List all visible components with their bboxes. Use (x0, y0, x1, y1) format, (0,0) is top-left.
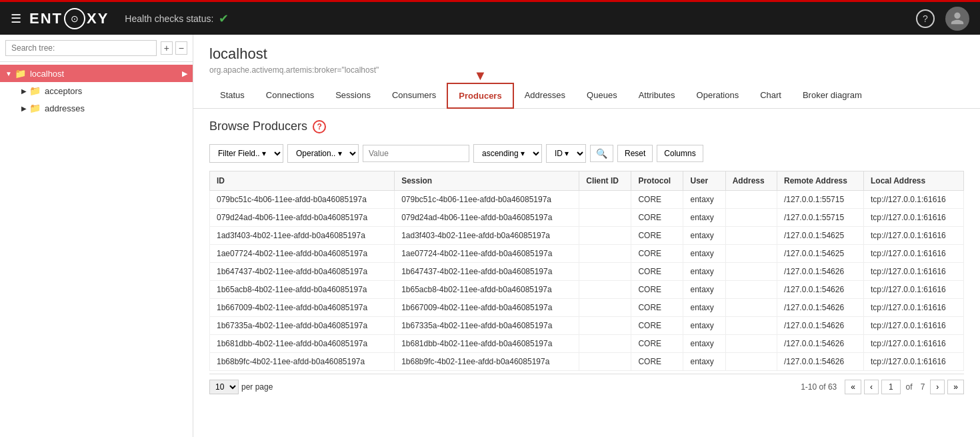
col-client-id: Client ID (579, 171, 631, 191)
cell-user: entaxy (683, 317, 725, 335)
health-status: Health checks status: ✔ (125, 11, 229, 26)
filter-value-input[interactable] (363, 145, 469, 162)
tree-item-label: addresses (45, 103, 85, 113)
cell-session[interactable]: 1b65acb8-4b02-11ee-afdd-b0a46085197a (395, 281, 579, 299)
cell-local-address: tcp://127.0.0.1:61616 (863, 191, 963, 209)
sort-field-select[interactable]: ID ▾ (546, 144, 586, 163)
sidebar-item-addresses[interactable]: ▶ 📁 addresses (16, 99, 193, 117)
filter-operation-select[interactable]: Operation.. ▾ (287, 144, 359, 163)
search-input[interactable] (5, 40, 157, 56)
cell-local-address: tcp://127.0.0.1:61616 (863, 317, 963, 335)
breadcrumb: org.apache.activemq.artemis:broker="loca… (209, 65, 964, 75)
cell-protocol: CORE (631, 281, 683, 299)
tab-sessions[interactable]: Sessions (325, 83, 381, 108)
page-last-button[interactable]: » (947, 380, 964, 394)
col-remote-address: Remote Address (777, 171, 864, 191)
cell-session[interactable]: 1ad3f403-4b02-11ee-afdd-b0a46085197a (395, 227, 579, 245)
layout: + − ▼ 📁 localhost ▶ ▶ 📁 acceptors ▶ 📁 (0, 35, 980, 437)
cell-protocol: CORE (631, 353, 683, 371)
cell-session[interactable]: 1b667009-4b02-11ee-afdd-b0a46085197a (395, 299, 579, 317)
tab-attributes[interactable]: Attributes (628, 83, 686, 108)
reset-button[interactable]: Reset (617, 145, 653, 162)
sidebar-search-icons: + − (161, 41, 187, 55)
cell-local-address: tcp://127.0.0.1:61616 (863, 227, 963, 245)
cell-session[interactable]: 1b68b9fc-4b02-11ee-afdd-b0a46085197a (395, 353, 579, 371)
tab-connections[interactable]: Connections (255, 83, 325, 108)
pagination-bar: 10 25 50 per page 1-10 of 63 « ‹ 1 of 7 … (209, 374, 964, 400)
tab-queues[interactable]: Queues (576, 83, 628, 108)
cell-client-id (579, 317, 631, 335)
cell-session[interactable]: 079bc51c-4b06-11ee-afdd-b0a46085197a (395, 191, 579, 209)
cell-remote-address: /127.0.0.1:54626 (777, 335, 864, 353)
page-prev-button[interactable]: ‹ (864, 380, 879, 394)
menu-icon[interactable]: ☰ (11, 11, 21, 26)
cell-client-id (579, 335, 631, 353)
avatar[interactable] (945, 7, 969, 31)
cell-id: 079bc51c-4b06-11ee-afdd-b0a46085197a (210, 191, 395, 209)
cell-id: 1b65acb8-4b02-11ee-afdd-b0a46085197a (210, 281, 395, 299)
help-icon[interactable]: ? (916, 9, 935, 28)
cell-session[interactable]: 1b681dbb-4b02-11ee-afdd-b0a46085197a (395, 335, 579, 353)
pagination-right: 1-10 of 63 « ‹ 1 of 7 › » (801, 380, 964, 394)
cell-address (725, 281, 777, 299)
cell-local-address: tcp://127.0.0.1:61616 (863, 245, 963, 263)
cell-session[interactable]: 079d24ad-4b06-11ee-afdd-b0a46085197a (395, 209, 579, 227)
cell-client-id (579, 299, 631, 317)
folder-icon: 📁 (29, 85, 41, 96)
tree-item-label: acceptors (45, 86, 82, 96)
tab-status[interactable]: Status (209, 83, 255, 108)
table-row: 079d24ad-4b06-11ee-afdd-b0a46085197a 079… (210, 209, 964, 227)
tree-children: ▶ 📁 acceptors ▶ 📁 addresses (0, 82, 193, 117)
col-address: Address (725, 171, 777, 191)
browse-help-icon[interactable]: ? (313, 120, 326, 133)
cell-user: entaxy (683, 209, 725, 227)
cell-local-address: tcp://127.0.0.1:61616 (863, 281, 963, 299)
cell-session[interactable]: 1b647437-4b02-11ee-afdd-b0a46085197a (395, 263, 579, 281)
cell-address (725, 227, 777, 245)
table-row: 079bc51c-4b06-11ee-afdd-b0a46085197a 079… (210, 191, 964, 209)
col-session: Session (395, 171, 579, 191)
columns-button[interactable]: Columns (657, 145, 703, 162)
cell-session[interactable]: 1b67335a-4b02-11ee-afdd-b0a46085197a (395, 317, 579, 335)
logo-circle: ⊙ (64, 8, 85, 29)
cell-address (725, 353, 777, 371)
filter-field-select[interactable]: Filter Field.. ▾ (209, 144, 283, 163)
expand-tree-icon[interactable]: + (161, 41, 173, 55)
col-local-address: Local Address (863, 171, 963, 191)
page-first-button[interactable]: « (845, 380, 861, 394)
search-button[interactable]: 🔍 (590, 145, 613, 162)
sidebar: + − ▼ 📁 localhost ▶ ▶ 📁 acceptors ▶ 📁 (0, 35, 193, 437)
tab-chart[interactable]: Chart (749, 83, 792, 108)
per-page-label: per page (241, 382, 273, 392)
cell-client-id (579, 281, 631, 299)
cell-address (725, 335, 777, 353)
tab-broker-diagram[interactable]: Broker diagram (792, 83, 873, 108)
cell-session[interactable]: 1ae07724-4b02-11ee-afdd-b0a46085197a (395, 245, 579, 263)
cell-user: entaxy (683, 299, 725, 317)
sidebar-item-acceptors[interactable]: ▶ 📁 acceptors (16, 82, 193, 99)
cell-protocol: CORE (631, 335, 683, 353)
page-range: 1-10 of 63 (801, 382, 837, 392)
sidebar-item-localhost[interactable]: ▼ 📁 localhost ▶ (0, 65, 193, 82)
tab-operations[interactable]: Operations (686, 83, 750, 108)
tree-item-label: localhost (30, 69, 64, 79)
table-header-row: ID Session Client ID Protocol User Addre… (210, 171, 964, 191)
cell-remote-address: /127.0.0.1:54626 (777, 317, 864, 335)
cell-user: entaxy (683, 335, 725, 353)
cell-local-address: tcp://127.0.0.1:61616 (863, 353, 963, 371)
tab-consumers[interactable]: Consumers (381, 83, 447, 108)
per-page: 10 25 50 per page (209, 380, 273, 394)
cell-id: 079d24ad-4b06-11ee-afdd-b0a46085197a (210, 209, 395, 227)
tab-producers[interactable]: ▼ Producers (447, 83, 513, 109)
filter-bar: Filter Field.. ▾ Operation.. ▾ ascending… (209, 144, 964, 163)
page-of-label: of (906, 382, 913, 392)
col-protocol: Protocol (631, 171, 683, 191)
tab-addresses[interactable]: Addresses (514, 83, 576, 108)
collapse-tree-icon[interactable]: − (175, 41, 187, 55)
cell-local-address: tcp://127.0.0.1:61616 (863, 335, 963, 353)
table-row: 1b647437-4b02-11ee-afdd-b0a46085197a 1b6… (210, 263, 964, 281)
cell-user: entaxy (683, 191, 725, 209)
sort-order-select[interactable]: ascending ▾ (473, 144, 542, 163)
page-next-button[interactable]: › (930, 380, 945, 394)
per-page-select[interactable]: 10 25 50 (209, 380, 239, 394)
